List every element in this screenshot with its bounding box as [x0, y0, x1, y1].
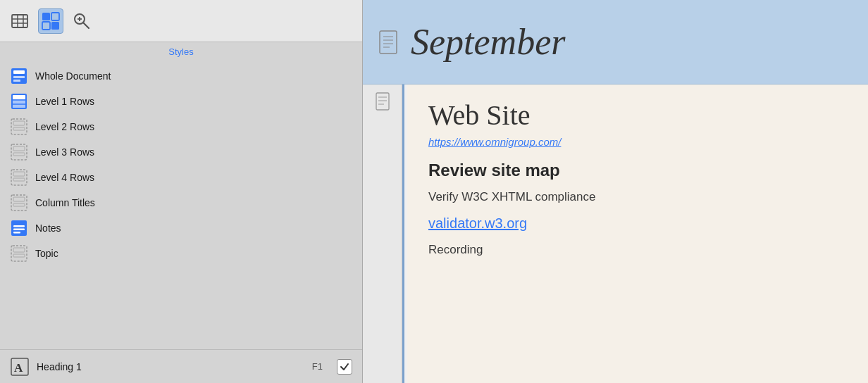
doc-header: September: [363, 0, 868, 84]
svg-rect-14: [13, 70, 25, 74]
heading-shortcut: F1: [312, 361, 323, 372]
font-a-icon: A: [10, 357, 30, 377]
svg-rect-39: [13, 248, 25, 252]
recording-text: Recording: [428, 243, 847, 257]
styles-label: Styles: [168, 46, 193, 57]
svg-rect-21: [13, 105, 25, 108]
column-titles-icon: [10, 194, 28, 212]
website-title: Web Site: [428, 99, 847, 132]
heading-label: Heading 1: [37, 361, 305, 372]
svg-rect-36: [13, 229, 25, 231]
svg-rect-48: [376, 93, 389, 110]
level-1-rows-icon: [10, 92, 28, 111]
review-heading: Review site map: [428, 161, 847, 180]
column-titles-label: Column Titles: [35, 197, 95, 208]
svg-rect-27: [13, 153, 25, 156]
zoom-search-icon[interactable]: [69, 8, 94, 34]
style-item-level-3-rows[interactable]: Level 3 Rows: [0, 139, 362, 165]
level-4-rows-icon: [10, 168, 28, 187]
whole-document-icon: [10, 67, 28, 85]
svg-rect-32: [13, 197, 25, 201]
toolbar: [0, 0, 362, 42]
level-2-rows-icon: [10, 118, 28, 136]
svg-text:A: A: [14, 361, 23, 375]
svg-rect-24: [13, 127, 25, 130]
table-icon[interactable]: [7, 8, 32, 34]
vert-divider: [402, 84, 404, 383]
svg-rect-43: [380, 31, 397, 54]
topic-icon: [10, 244, 28, 263]
styles-list: Whole Document Level 1 Rows: [0, 62, 362, 349]
styles-label-row: Styles: [0, 42, 362, 62]
notes-icon: [10, 219, 28, 237]
svg-rect-26: [13, 146, 25, 151]
strip-icon-1: [375, 92, 390, 115]
level-1-rows-label: Level 1 Rows: [35, 96, 94, 107]
svg-rect-6: [51, 13, 59, 20]
svg-rect-30: [13, 178, 25, 181]
right-panel: September Web Site https://www.omnigroup…: [363, 0, 868, 383]
svg-rect-29: [13, 172, 25, 176]
doc-header-icon: [377, 28, 399, 56]
checkbox-icon[interactable]: [337, 359, 352, 375]
style-item-column-titles[interactable]: Column Titles: [0, 190, 362, 215]
whole-document-label: Whole Document: [35, 70, 111, 82]
svg-rect-5: [42, 13, 50, 20]
svg-line-10: [83, 23, 89, 28]
svg-rect-40: [13, 254, 25, 257]
level-3-rows-icon: [10, 143, 28, 161]
website-link[interactable]: https://www.omnigroup.com/: [428, 136, 847, 148]
doc-body: Web Site https://www.omnigroup.com/ Revi…: [407, 84, 868, 383]
svg-rect-20: [13, 101, 25, 103]
style-item-whole-document[interactable]: Whole Document: [0, 63, 362, 89]
doc-content: Web Site https://www.omnigroup.com/ Revi…: [363, 84, 868, 383]
doc-sidebar-strip: [363, 84, 402, 383]
level-2-rows-label: Level 2 Rows: [35, 121, 94, 132]
validator-link[interactable]: validator.w3.org: [428, 215, 847, 232]
svg-rect-33: [13, 203, 25, 206]
svg-rect-35: [13, 225, 25, 227]
svg-rect-23: [13, 121, 25, 125]
verify-text: Verify W3C XHTML compliance: [428, 190, 847, 204]
level-3-rows-label: Level 3 Rows: [35, 146, 94, 158]
svg-rect-0: [12, 15, 27, 27]
style-item-level-2-rows[interactable]: Level 2 Rows: [0, 114, 362, 139]
doc-title: September: [411, 21, 565, 63]
style-item-level-1-rows[interactable]: Level 1 Rows: [0, 89, 362, 114]
grid-icon[interactable]: [38, 8, 63, 34]
bottom-bar: A Heading 1 F1: [0, 349, 362, 383]
level-4-rows-label: Level 4 Rows: [35, 172, 94, 183]
topic-label: Topic: [35, 248, 58, 259]
svg-rect-16: [13, 80, 20, 82]
style-item-level-4-rows[interactable]: Level 4 Rows: [0, 165, 362, 190]
svg-rect-34: [11, 220, 27, 236]
svg-rect-37: [13, 232, 20, 234]
notes-label: Notes: [35, 222, 61, 234]
style-item-notes[interactable]: Notes: [0, 215, 362, 241]
svg-rect-8: [51, 22, 59, 30]
style-item-topic[interactable]: Topic: [0, 241, 362, 266]
svg-rect-15: [13, 76, 25, 78]
svg-rect-19: [13, 95, 25, 99]
svg-rect-7: [42, 22, 50, 30]
left-panel: Styles Whole Document: [0, 0, 363, 383]
